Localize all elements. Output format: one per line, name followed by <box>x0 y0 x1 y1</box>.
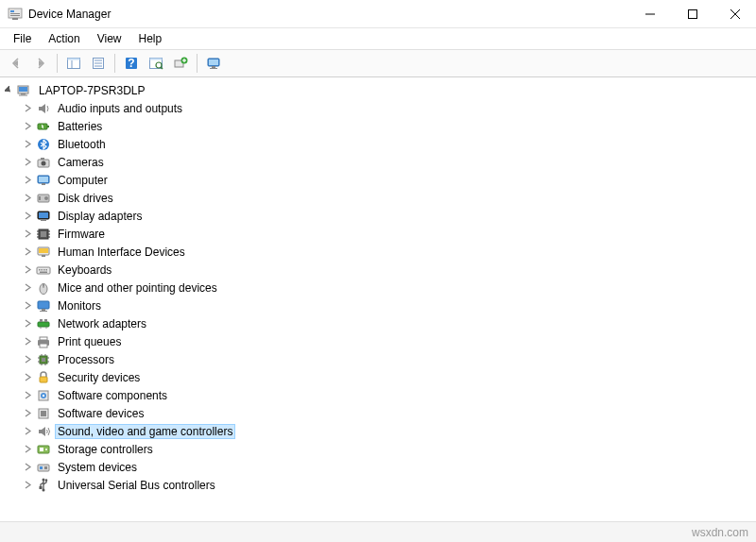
tree-item-label[interactable]: Software devices <box>55 406 146 421</box>
expand-icon[interactable] <box>21 407 34 420</box>
tree-root[interactable]: LAPTOP-7PSR3DLP <box>2 81 756 99</box>
expand-icon[interactable] <box>21 210 34 223</box>
tree-item[interactable]: Computer <box>2 171 756 189</box>
tree-item[interactable]: Keyboards <box>2 261 756 279</box>
expand-icon[interactable] <box>21 353 34 366</box>
forward-button[interactable] <box>30 53 51 74</box>
expand-icon[interactable] <box>21 425 34 438</box>
tree-item-label[interactable]: Mice and other pointing devices <box>55 280 220 296</box>
expand-icon[interactable] <box>21 246 34 259</box>
tree-item-label[interactable]: Security devices <box>55 370 143 385</box>
svg-rect-3 <box>10 15 20 16</box>
svg-rect-32 <box>21 93 26 95</box>
expand-icon[interactable] <box>21 138 34 151</box>
menu-file[interactable]: File <box>6 30 39 47</box>
tree-item[interactable]: Mice and other pointing devices <box>2 279 756 296</box>
scan-hardware-button[interactable] <box>146 53 166 74</box>
svg-rect-101 <box>44 466 47 469</box>
tree-item-label[interactable]: Processors <box>55 352 117 367</box>
monitor-button[interactable] <box>203 53 224 74</box>
menubar: File Action View Help <box>0 28 756 49</box>
tree-item[interactable]: Software components <box>2 386 756 404</box>
help-button[interactable]: ? <box>121 53 142 74</box>
tree-item-label[interactable]: Sound, video and game controllers <box>55 424 235 439</box>
svg-rect-42 <box>42 183 45 185</box>
expand-icon[interactable] <box>21 443 34 456</box>
tree-item-label[interactable]: Audio inputs and outputs <box>55 101 185 116</box>
tree-item[interactable]: Display adapters <box>2 207 756 225</box>
tree-item[interactable]: Human Interface Devices <box>2 243 756 261</box>
svg-rect-10 <box>68 59 80 60</box>
toolbar-separator <box>114 54 115 73</box>
device-tree[interactable]: LAPTOP-7PSR3DLP Audio inputs and outputs… <box>0 77 756 506</box>
mouse-icon <box>36 280 51 296</box>
tree-item[interactable]: Software devices <box>2 404 756 422</box>
tree-item[interactable]: Processors <box>2 350 756 368</box>
back-button[interactable] <box>6 53 26 74</box>
expand-icon[interactable] <box>21 317 34 330</box>
tree-item-label[interactable]: Disk drives <box>55 191 116 206</box>
tree-item[interactable]: Cameras <box>2 153 756 171</box>
svg-rect-90 <box>40 377 47 382</box>
tree-item[interactable]: Disk drives <box>2 189 756 207</box>
tree-item[interactable]: Audio inputs and outputs <box>2 99 756 117</box>
tree-item-label[interactable]: Human Interface Devices <box>55 245 188 260</box>
expand-icon[interactable] <box>21 299 34 313</box>
tree-item[interactable]: Sound, video and game controllers <box>2 422 756 440</box>
properties-button[interactable] <box>88 53 109 74</box>
show-hide-tree-button[interactable] <box>63 53 84 74</box>
svg-rect-62 <box>42 269 43 271</box>
tree-item[interactable]: Batteries <box>2 117 756 135</box>
tree-item[interactable]: Print queues <box>2 332 756 350</box>
expand-icon[interactable] <box>21 461 34 474</box>
svg-rect-35 <box>47 126 49 127</box>
tree-item[interactable]: Firmware <box>2 225 756 243</box>
tree-item[interactable]: Storage controllers <box>2 440 756 458</box>
expand-icon[interactable] <box>21 120 34 133</box>
tree-item-label[interactable]: Firmware <box>55 227 108 242</box>
monitor-icon <box>36 298 51 313</box>
expand-icon[interactable] <box>21 263 34 277</box>
minimize-button[interactable] <box>628 0 671 27</box>
tree-item-label[interactable]: Keyboards <box>55 263 114 278</box>
svg-point-38 <box>42 161 46 165</box>
tree-item-label[interactable]: Bluetooth <box>55 137 109 152</box>
expand-icon[interactable] <box>21 102 34 115</box>
tree-item-label[interactable]: Batteries <box>55 119 105 134</box>
expand-icon[interactable] <box>21 156 34 169</box>
expand-icon[interactable] <box>21 192 34 205</box>
expand-icon[interactable] <box>21 479 34 492</box>
maximize-button[interactable] <box>671 0 713 27</box>
menu-help[interactable]: Help <box>131 30 170 47</box>
printer-icon <box>36 334 51 349</box>
tree-item-label[interactable]: Software components <box>55 388 170 403</box>
expand-icon[interactable] <box>21 281 34 295</box>
menu-view[interactable]: View <box>90 30 129 47</box>
tree-item-label[interactable]: Monitors <box>55 298 104 313</box>
tree-item-label[interactable]: Cameras <box>55 155 107 170</box>
tree-item[interactable]: Security devices <box>2 368 756 386</box>
root-label[interactable]: LAPTOP-7PSR3DLP <box>36 83 148 98</box>
tree-item-label[interactable]: Network adapters <box>55 316 149 331</box>
tree-item[interactable]: Bluetooth <box>2 135 756 153</box>
expand-icon[interactable] <box>21 335 34 348</box>
tree-item-label[interactable]: Universal Serial Bus controllers <box>55 478 218 493</box>
toolbar-separator <box>57 54 58 73</box>
tree-item-label[interactable]: Print queues <box>55 334 124 349</box>
tree-item[interactable]: Network adapters <box>2 314 756 332</box>
tree-item-label[interactable]: System devices <box>55 460 140 475</box>
menu-action[interactable]: Action <box>41 30 87 47</box>
close-button[interactable] <box>713 0 756 27</box>
tree-item-label[interactable]: Display adapters <box>55 209 145 224</box>
expand-icon[interactable] <box>21 228 34 241</box>
tree-item-label[interactable]: Storage controllers <box>55 442 156 457</box>
tree-item-label[interactable]: Computer <box>55 173 111 188</box>
tree-item[interactable]: Monitors <box>2 296 756 314</box>
tree-item[interactable]: Universal Serial Bus controllers <box>2 476 756 494</box>
add-hardware-button[interactable] <box>170 53 191 74</box>
expand-icon[interactable] <box>21 174 34 187</box>
expand-icon[interactable] <box>21 389 34 402</box>
tree-item[interactable]: System devices <box>2 458 756 476</box>
expand-icon[interactable] <box>2 84 15 97</box>
expand-icon[interactable] <box>21 371 34 384</box>
